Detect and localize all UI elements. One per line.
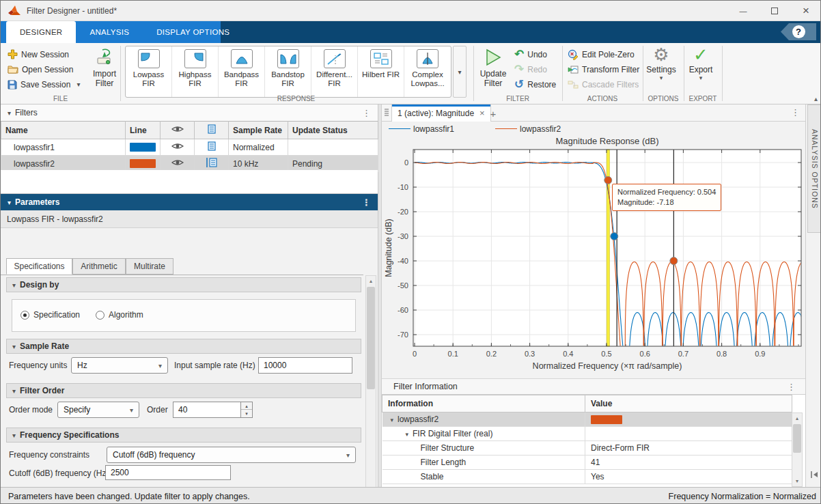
- collapse-ribbon-button[interactable]: ▴: [814, 95, 818, 102]
- order-stepper[interactable]: ▴ ▾: [241, 402, 253, 418]
- filter-row-lowpassfir2[interactable]: lowpassfir2 10 kHz Pending: [1, 156, 378, 172]
- collapse-ribbon-icon: ▴: [814, 95, 818, 102]
- scroll-up-icon[interactable]: ▴: [366, 276, 376, 286]
- response-bandstop-fir[interactable]: BandstopFIR: [265, 46, 311, 97]
- filter-row-lowpassfir1[interactable]: lowpassfir1 Normalized: [1, 139, 378, 156]
- col-value[interactable]: Value: [585, 395, 792, 412]
- analysis-tab-magnitude[interactable]: 1 (active): Magnitude ×: [391, 104, 491, 122]
- settings-button[interactable]: ⚙ Settings ▾: [643, 44, 679, 81]
- info-toggle-active[interactable]: [195, 156, 229, 172]
- col-information[interactable]: Information: [382, 395, 585, 412]
- new-analysis-tab-button[interactable]: +: [486, 107, 501, 120]
- col-info[interactable]: [195, 122, 229, 139]
- frequency-units-label: Frequency units: [9, 361, 67, 370]
- response-hilbert-fir[interactable]: Hilbert FIR: [358, 46, 404, 97]
- col-update-status[interactable]: Update Status: [288, 122, 378, 139]
- close-tab-icon[interactable]: ×: [479, 108, 485, 118]
- frequency-units-dropdown[interactable]: Hz ▾: [71, 357, 168, 374]
- legend-label-lowpassfir1[interactable]: lowpassfir1: [413, 124, 454, 134]
- tab-designer[interactable]: DESIGNER: [6, 21, 76, 43]
- col-name[interactable]: Name: [1, 122, 126, 139]
- svg-text:0.9: 0.9: [755, 350, 765, 358]
- cascade-filters-button[interactable]: Cascade Filters: [568, 77, 639, 92]
- scrollbar-thumb[interactable]: [793, 424, 801, 453]
- filters-collapse-icon[interactable]: ▾: [8, 109, 11, 117]
- open-session-button[interactable]: Open Session: [8, 62, 73, 76]
- response-bandpass-fir[interactable]: BandpassFIR: [219, 46, 265, 97]
- section-design-by[interactable]: ▾ Design by: [6, 277, 361, 292]
- info-row-filter[interactable]: ▾lowpassfir2: [382, 412, 792, 427]
- info-row-length[interactable]: Filter Length 41: [382, 456, 792, 470]
- minimize-button[interactable]: —: [727, 1, 759, 20]
- analysis-menu-icon[interactable]: ⋮: [791, 107, 800, 117]
- filters-menu-icon[interactable]: ⋮: [362, 108, 371, 118]
- visibility-toggle[interactable]: [161, 156, 195, 172]
- parameters-menu-icon[interactable]: ⋮: [362, 197, 371, 208]
- radio-specification[interactable]: Specification: [20, 310, 80, 320]
- info-toggle[interactable]: [195, 139, 229, 156]
- order-mode-dropdown[interactable]: Specify ▾: [57, 402, 139, 418]
- save-session-dropdown-icon[interactable]: ▾: [76, 81, 80, 88]
- new-session-button[interactable]: New Session: [8, 47, 69, 61]
- tab-analysis[interactable]: ANALYSIS: [76, 21, 143, 43]
- visibility-toggle[interactable]: [161, 139, 195, 156]
- scroll-down-icon[interactable]: ▾: [792, 476, 802, 486]
- col-sample-rate[interactable]: Sample Rate: [229, 122, 288, 139]
- response-differentiator-fir[interactable]: Different...FIR: [311, 46, 358, 97]
- stepper-down-icon[interactable]: ▾: [241, 410, 252, 417]
- maximize-button[interactable]: [759, 1, 790, 20]
- legend-label-lowpassfir2[interactable]: lowpassfir2: [520, 124, 561, 134]
- info-row-type[interactable]: ▾FIR Digital Filter (real): [382, 427, 792, 441]
- tab-specifications[interactable]: Specifications: [6, 258, 72, 275]
- tree-collapse-icon[interactable]: ▾: [406, 431, 409, 438]
- help-button[interactable]: ?: [781, 23, 816, 40]
- import-filter-button[interactable]: ImportFilter: [88, 48, 121, 88]
- section-filter-order[interactable]: ▾ Filter Order: [6, 383, 361, 398]
- data-cursor-tooltip[interactable]: Normalized Frequency: 0.504 Magnitude: -…: [612, 184, 721, 211]
- tab-multirate[interactable]: Multirate: [126, 258, 173, 275]
- col-line[interactable]: Line: [126, 122, 161, 139]
- close-button[interactable]: ×: [790, 1, 821, 20]
- update-filter-button[interactable]: UpdateFilter: [477, 48, 509, 88]
- radio-algorithm[interactable]: Algorithm: [96, 310, 143, 320]
- undo-button[interactable]: ↶ Undo: [514, 47, 547, 61]
- col-visibility[interactable]: [161, 122, 195, 139]
- line-swatch-cell[interactable]: [126, 139, 161, 156]
- section-sample-rate[interactable]: ▾ Sample Rate: [6, 339, 361, 354]
- frequency-constraints-dropdown[interactable]: Cutoff (6dB) frequency ▾: [107, 447, 356, 463]
- export-button[interactable]: ✓ Export ▾: [684, 44, 717, 81]
- transform-filter-button[interactable]: Transform Filter: [568, 62, 639, 76]
- stepper-up-icon[interactable]: ▴: [241, 402, 252, 410]
- magnitude-response-chart[interactable]: 00.10.20.30.40.50.60.70.80.90-10-20-30-4…: [382, 136, 805, 373]
- parameters-scrollbar[interactable]: ▴ ▾: [365, 275, 376, 504]
- response-highpass-fir[interactable]: HighpassFIR: [172, 46, 219, 97]
- response-gallery-dropdown[interactable]: ▾: [453, 46, 467, 98]
- section-frequency-specifications[interactable]: ▾ Frequency Specifications: [6, 428, 361, 443]
- frequency-constraints-label: Frequency constraints: [9, 450, 89, 460]
- cutoff-frequency-field[interactable]: 2500: [105, 465, 231, 480]
- tab-arithmetic[interactable]: Arithmetic: [72, 258, 126, 275]
- info-row-structure[interactable]: Filter Structure Direct-Form FIR: [382, 441, 792, 456]
- svg-text:Normalized Frequency (×π rad/s: Normalized Frequency (×π rad/sample): [533, 361, 682, 371]
- collapse-icon: ▾: [12, 343, 16, 350]
- tab-display-options[interactable]: DISPLAY OPTIONS: [143, 21, 243, 43]
- input-sample-rate-field[interactable]: 10000: [258, 357, 352, 374]
- dock-panel-icon[interactable]: [810, 471, 818, 479]
- panel-handle-icon[interactable]: [384, 109, 389, 117]
- analysis-options-tab[interactable]: ANALYSIS OPTIONS: [807, 104, 821, 233]
- response-lowpass-fir[interactable]: LowpassFIR: [126, 46, 172, 97]
- save-session-button[interactable]: Save Session ▾: [8, 77, 80, 92]
- filter-information-menu-icon[interactable]: ⋮: [787, 382, 796, 392]
- edit-pole-zero-button[interactable]: Edit Pole-Zero: [568, 47, 635, 61]
- order-field[interactable]: 40: [173, 402, 241, 418]
- tree-collapse-icon[interactable]: ▾: [391, 417, 394, 423]
- scrollbar-thumb[interactable]: [367, 287, 375, 389]
- line-swatch-cell[interactable]: [126, 156, 161, 172]
- filter-info-scrollbar[interactable]: ▴ ▾: [792, 412, 803, 487]
- restore-button[interactable]: ↺ Restore: [514, 77, 556, 92]
- parameters-collapse-icon[interactable]: ▾: [8, 199, 11, 206]
- redo-button[interactable]: ↷ Redo: [514, 62, 547, 76]
- response-complex-lowpass[interactable]: ComplexLowpas...: [404, 46, 451, 97]
- info-row-stable[interactable]: Stable Yes: [382, 470, 792, 484]
- scroll-up-icon[interactable]: ▴: [792, 413, 802, 423]
